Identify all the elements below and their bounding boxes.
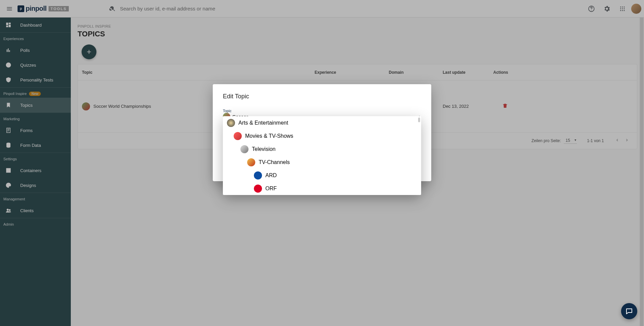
option-icon [247,158,255,166]
option-label: Movies & TV-Shows [245,133,293,139]
option-label: ORF [265,186,277,192]
topic-field-label: Topic [223,109,421,113]
option-icon [234,132,242,140]
dropdown-option[interactable]: Television [223,142,421,156]
dropdown-option[interactable]: TV-Channels [223,156,421,169]
chat-icon [625,307,633,315]
dropdown-option[interactable]: ORF [223,182,421,195]
option-label: TV-Channels [259,159,290,165]
chat-widget-button[interactable] [621,303,637,319]
option-icon [254,171,262,180]
dialog-title: Edit Topic [223,93,421,100]
option-icon [227,119,235,127]
dropdown-option[interactable]: Movies & TV-Shows [223,129,421,142]
dropdown-scrollbar[interactable] [418,118,420,122]
dropdown-option[interactable]: Arts & Entertainment [223,116,421,129]
option-icon [254,185,262,193]
option-icon [240,145,248,153]
option-label: Television [252,146,275,152]
dropdown-option[interactable]: ARD [223,169,421,182]
modal-scrim[interactable]: Edit Topic Topic ▲ REMOVE TOPIC SAVE Art… [0,0,644,326]
option-label: ARD [265,172,277,178]
option-label: Arts & Entertainment [238,120,288,126]
topic-dropdown-list: Arts & EntertainmentMovies & TV-ShowsTel… [223,116,421,195]
